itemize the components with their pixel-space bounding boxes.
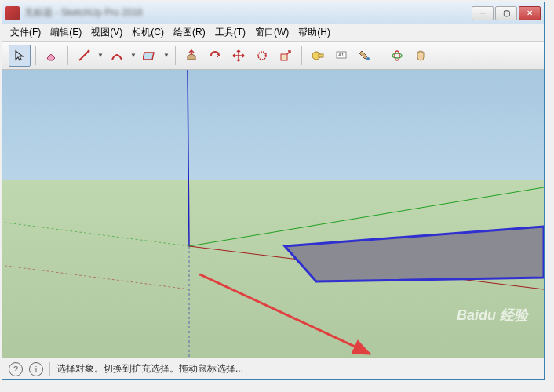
svg-point-10 <box>395 51 399 60</box>
svg-point-9 <box>392 53 402 58</box>
viewport-3d[interactable]: Baidu 经验 <box>2 70 544 358</box>
separator <box>301 46 302 65</box>
statusbar: ? i 选择对象。切换到扩充选择。拖动鼠标选择... <box>2 358 544 379</box>
paint-tool[interactable] <box>354 45 376 67</box>
arc-tool[interactable] <box>106 45 128 67</box>
menubar: 文件(F) 编辑(E) 视图(V) 相机(C) 绘图(R) 工具(T) 窗口(W… <box>2 24 544 42</box>
watermark: Baidu 经验 <box>457 306 528 325</box>
maximize-button[interactable]: ▢ <box>495 6 517 20</box>
svg-point-8 <box>366 57 370 60</box>
close-button[interactable]: ✕ <box>519 6 541 20</box>
eraser-tool[interactable] <box>41 45 63 67</box>
text-tool[interactable]: A1 <box>330 45 352 67</box>
svg-line-11 <box>188 70 189 246</box>
separator <box>35 46 36 65</box>
select-tool[interactable] <box>9 45 31 67</box>
menu-window[interactable]: 窗口(W) <box>250 24 293 41</box>
minimize-button[interactable]: ─ <box>472 6 494 20</box>
road-object[interactable] <box>277 223 544 293</box>
shape-dropdown[interactable]: ▼ <box>162 45 170 67</box>
menu-camera[interactable]: 相机(C) <box>127 24 169 41</box>
line-tool[interactable] <box>73 45 95 67</box>
titlebar: 无标题 - SketchUp Pro 2016 ─ ▢ ✕ <box>2 2 544 24</box>
info-icon[interactable]: i <box>29 362 43 376</box>
tape-tool[interactable] <box>307 45 329 67</box>
svg-point-0 <box>88 49 90 52</box>
offset-tool[interactable] <box>204 45 226 67</box>
pushpull-tool[interactable] <box>180 45 202 67</box>
separator <box>49 362 50 376</box>
svg-line-15 <box>5 266 189 289</box>
separator <box>175 46 176 65</box>
rotate-tool[interactable] <box>251 45 273 67</box>
orbit-tool[interactable] <box>386 45 408 67</box>
help-icon[interactable]: ? <box>9 362 23 376</box>
svg-rect-3 <box>281 54 287 60</box>
separator <box>381 46 381 65</box>
menu-view[interactable]: 视图(V) <box>86 24 127 41</box>
pan-tool[interactable] <box>410 45 432 67</box>
app-window: 无标题 - SketchUp Pro 2016 ─ ▢ ✕ 文件(F) 编辑(E… <box>2 2 545 380</box>
move-tool[interactable] <box>228 45 250 67</box>
status-text: 选择对象。切换到扩充选择。拖动鼠标选择... <box>56 362 243 376</box>
separator <box>67 46 68 65</box>
menu-file[interactable]: 文件(F) <box>5 24 46 41</box>
menu-edit[interactable]: 编辑(E) <box>46 24 86 41</box>
menu-tools[interactable]: 工具(T) <box>210 24 250 41</box>
window-title: 无标题 - SketchUp Pro 2016 <box>24 6 472 20</box>
line-dropdown[interactable]: ▼ <box>97 45 104 67</box>
menu-help[interactable]: 帮助(H) <box>293 24 335 41</box>
svg-line-14 <box>5 223 189 246</box>
app-icon <box>5 6 20 20</box>
toolbar: ▼ ▼ ▼ A1 <box>2 42 544 70</box>
svg-rect-5 <box>319 54 323 57</box>
arc-dropdown[interactable]: ▼ <box>129 45 137 67</box>
menu-draw[interactable]: 绘图(R) <box>169 24 210 41</box>
shape-tool[interactable] <box>139 45 161 67</box>
svg-rect-1 <box>143 53 154 60</box>
svg-marker-17 <box>285 227 544 281</box>
scale-tool[interactable] <box>275 45 297 67</box>
svg-text:A1: A1 <box>338 53 344 57</box>
